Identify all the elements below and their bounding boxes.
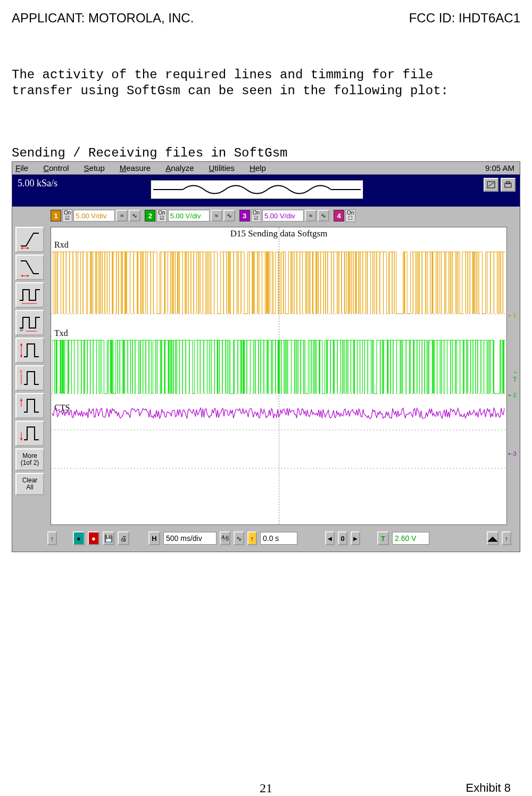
tool-vamp-icon[interactable]: ± bbox=[15, 365, 44, 391]
ground-marker-ch1: ⇠1 bbox=[508, 311, 517, 319]
ch1-vdiv[interactable]: 5.00 V/div bbox=[73, 210, 115, 221]
print-icon[interactable]: 🖨 bbox=[118, 531, 129, 545]
gridline bbox=[51, 468, 506, 469]
channel-1[interactable]: 1 On☑ 5.00 V/div ≈ ∿ bbox=[51, 209, 140, 222]
tool-vpp-icon[interactable] bbox=[15, 338, 44, 363]
trace-cts bbox=[52, 407, 505, 419]
page-number: 21 bbox=[260, 781, 272, 795]
trace-txd bbox=[52, 339, 505, 395]
svg-marker-20 bbox=[20, 398, 22, 401]
ch1-on[interactable]: On☑ bbox=[62, 209, 72, 222]
menu-setup[interactable]: Setup bbox=[84, 163, 105, 173]
ground-marker-ch3: ⇠3 bbox=[508, 450, 517, 457]
trace-rxd bbox=[52, 251, 505, 315]
nav-zero[interactable]: 0 bbox=[338, 531, 347, 545]
menu-measure[interactable]: Measure bbox=[120, 163, 151, 173]
sample-rate: 5.00 kSa/s bbox=[18, 178, 57, 189]
svg-marker-7 bbox=[27, 247, 29, 249]
spinner-icon[interactable]: ◢◣ bbox=[487, 531, 498, 545]
run-button[interactable]: ● bbox=[73, 531, 85, 545]
menu-file[interactable]: File bbox=[15, 163, 28, 173]
ch3-coupling-icon[interactable]: ≈ bbox=[305, 210, 317, 221]
stop-button[interactable]: ● bbox=[88, 531, 99, 545]
delay-ref-icon[interactable]: ↑ bbox=[247, 531, 257, 545]
ch2-badge: 2 bbox=[145, 210, 155, 221]
more-button[interactable]: More (1of 2) bbox=[15, 448, 44, 471]
menu-bar: File Control Setup Measure Analyze Utili… bbox=[12, 162, 520, 175]
scroll-up2-icon[interactable]: ↑ bbox=[502, 531, 511, 545]
svg-text:1/: 1/ bbox=[20, 327, 23, 332]
delay-field[interactable]: 0.0 s bbox=[260, 532, 297, 545]
measure-sidebar: 1/ ± More (1of 2) Clear All bbox=[14, 226, 45, 527]
ch1-ac-icon[interactable]: ∿ bbox=[129, 210, 140, 221]
ch3-vdiv[interactable]: 5.00 V/div bbox=[262, 210, 304, 221]
ground-marker-ch2: ⇠2 bbox=[508, 391, 517, 399]
tool-freq-icon[interactable]: 1/ bbox=[15, 310, 44, 335]
svg-text:±: ± bbox=[20, 368, 22, 374]
tool-period-icon[interactable] bbox=[15, 282, 44, 308]
ch3-on[interactable]: On☑ bbox=[251, 209, 261, 222]
clock: 9:05 AM bbox=[485, 163, 517, 173]
tool-vmin-icon[interactable] bbox=[15, 421, 44, 446]
tool-icon-2[interactable] bbox=[501, 178, 516, 192]
save-icon[interactable]: 💾 bbox=[103, 531, 114, 545]
clear-all-button[interactable]: Clear All bbox=[15, 473, 44, 495]
bottom-toolbar: ↑ ● ● 💾 🖨 H 500 ms/div ⅍ ∿ ↑ 0.0 s ◄ 0 ►… bbox=[47, 529, 511, 547]
overview-waveform[interactable] bbox=[151, 180, 363, 199]
ch2-on[interactable]: On☑ bbox=[156, 209, 167, 222]
svg-line-2 bbox=[488, 183, 494, 186]
tb-mode-icon[interactable]: ⅍ bbox=[220, 531, 230, 545]
menu-help[interactable]: Help bbox=[250, 163, 266, 173]
label-txd: Txd bbox=[54, 329, 68, 338]
menu-analyze[interactable]: Analyze bbox=[165, 163, 194, 173]
ch1-badge: 1 bbox=[51, 210, 61, 221]
channel-bar: 1 On☑ 5.00 V/div ≈ ∿ 2 On☑ 5.00 V/div ≈ … bbox=[47, 207, 511, 225]
ch2-coupling-icon[interactable]: ≈ bbox=[211, 210, 222, 221]
trigger-marker: ← T bbox=[513, 372, 522, 380]
tool-rise-icon[interactable] bbox=[15, 227, 44, 252]
waveform-plot[interactable]: D15 Sending data Softgsm Rxd Txd CTS ⇠1 … bbox=[51, 227, 507, 525]
svg-marker-10 bbox=[27, 275, 29, 277]
channel-4[interactable]: 4 On☐ bbox=[334, 209, 355, 222]
ch2-vdiv[interactable]: 5.00 V/div bbox=[168, 210, 210, 221]
svg-marker-15 bbox=[20, 343, 22, 346]
ch3-ac-icon[interactable]: ∿ bbox=[318, 210, 329, 221]
ch1-coupling-icon[interactable]: ≈ bbox=[116, 210, 128, 221]
trigger-label: T bbox=[377, 531, 389, 545]
acquisition-strip: 5.00 kSa/s bbox=[12, 175, 520, 207]
tool-vmax-icon[interactable] bbox=[15, 393, 44, 418]
horiz-label: H bbox=[148, 531, 160, 545]
nav-right-icon[interactable]: ► bbox=[351, 531, 360, 545]
nav-left-icon[interactable]: ◄ bbox=[325, 531, 335, 545]
tool-fall-icon[interactable] bbox=[15, 255, 44, 280]
ch2-ac-icon[interactable]: ∿ bbox=[223, 210, 235, 221]
ch3-badge: 3 bbox=[239, 210, 250, 221]
label-rxd: Rxd bbox=[54, 240, 69, 250]
menu-utilities[interactable]: Utilities bbox=[209, 163, 235, 173]
applicant-label: APPLICANT: MOTOROLA, INC. bbox=[12, 11, 194, 26]
gridline bbox=[51, 430, 506, 430]
svg-marker-22 bbox=[20, 438, 22, 441]
svg-marker-9 bbox=[21, 275, 23, 277]
timebase-field[interactable]: 500 ms/div bbox=[163, 532, 217, 545]
channel-2[interactable]: 2 On☑ 5.00 V/div ≈ ∿ bbox=[145, 209, 235, 222]
figure-caption: Sending / Receiving files in SoftGsm bbox=[12, 146, 520, 160]
intro-paragraph: The activity of the required lines and t… bbox=[12, 67, 520, 99]
menu-items: File Control Setup Measure Analyze Utili… bbox=[15, 163, 266, 173]
tool-icon-1[interactable] bbox=[484, 178, 498, 192]
ch4-on[interactable]: On☐ bbox=[345, 209, 355, 222]
oscilloscope-screenshot: File Control Setup Measure Analyze Utili… bbox=[12, 161, 520, 552]
menu-control[interactable]: Control bbox=[43, 163, 69, 173]
scroll-up-icon[interactable]: ↑ bbox=[47, 531, 57, 545]
svg-marker-16 bbox=[20, 355, 22, 358]
svg-marker-6 bbox=[21, 247, 23, 249]
fcc-id-label: FCC ID: IHDT6AC1 bbox=[409, 11, 520, 26]
exhibit-label: Exhibit 8 bbox=[466, 781, 511, 795]
ch4-badge: 4 bbox=[334, 210, 344, 221]
trigger-level-field[interactable]: 2.60 V bbox=[392, 532, 429, 545]
tb-mode2-icon[interactable]: ∿ bbox=[234, 531, 244, 545]
channel-3[interactable]: 3 On☑ 5.00 V/div ≈ ∿ bbox=[239, 209, 329, 222]
